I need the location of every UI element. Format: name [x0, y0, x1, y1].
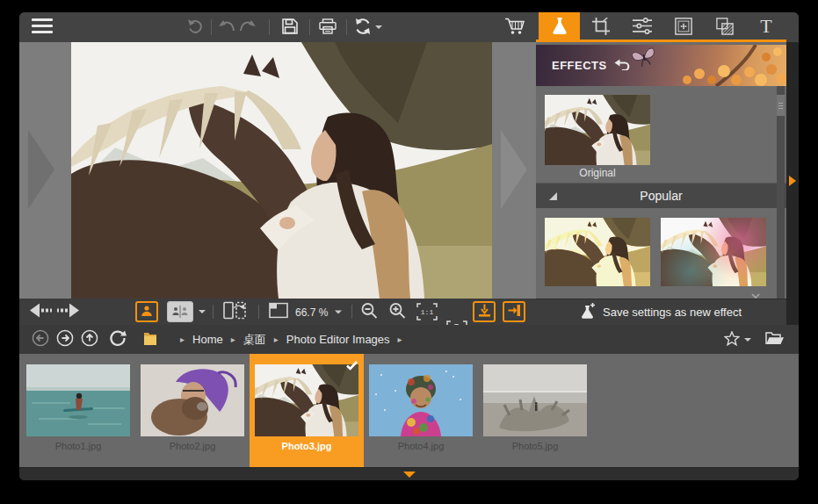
- browser-bar: ▸ Home ▸ 桌面 ▸ Photo Editor Images ▸: [19, 325, 799, 354]
- divider: [213, 305, 214, 319]
- tab-adjust[interactable]: [621, 12, 662, 42]
- up-button[interactable]: [81, 329, 98, 349]
- app-window: T: [19, 12, 799, 480]
- store-button[interactable]: [503, 12, 527, 42]
- sync-button[interactable]: [353, 12, 383, 42]
- collapse-filmstrip-icon[interactable]: [403, 472, 416, 478]
- expander-arrow-icon: [789, 176, 796, 186]
- next-photo-button[interactable]: [56, 304, 79, 320]
- tab-crop[interactable]: [580, 12, 621, 42]
- favorites-button[interactable]: [724, 331, 751, 349]
- photo5-thumbnail: [483, 364, 587, 436]
- browser-bar-right: [724, 331, 785, 349]
- save-effect-button[interactable]: Save settings as new effect: [536, 299, 786, 325]
- text-tool-icon: T: [757, 17, 775, 39]
- scroll-down-chevron-icon[interactable]: [751, 286, 760, 299]
- menu-button[interactable]: [30, 12, 54, 42]
- menu-icon: [32, 18, 53, 36]
- save-button[interactable]: [279, 12, 300, 42]
- scrollbar-handle[interactable]: [777, 95, 785, 116]
- watermark-chevron: [28, 130, 54, 209]
- sync-caret-icon: [375, 25, 382, 29]
- current-folder-button[interactable]: [142, 331, 158, 349]
- two-persons-icon: [167, 301, 193, 322]
- divider: [211, 19, 212, 35]
- single-view-button[interactable]: [135, 301, 158, 322]
- actual-size-button[interactable]: 1:1: [416, 303, 438, 320]
- filmstrip-item-photo3[interactable]: Photo3.jpg: [250, 354, 364, 467]
- effect-thumb-vintage[interactable]: [545, 218, 650, 286]
- compare-view-button[interactable]: [167, 301, 206, 322]
- panel-expander-strip[interactable]: [786, 42, 799, 325]
- filmstrip-item-photo2[interactable]: Photo2.jpg: [135, 354, 250, 467]
- collapse-triangle-icon: [548, 191, 558, 201]
- zoom-level-control[interactable]: 66.7 %: [269, 303, 342, 321]
- photo1-label: Photo1.jpg: [21, 441, 135, 451]
- effects-panel: EFFECTS Original Popular: [536, 42, 786, 325]
- breadcrumb-desktop[interactable]: 桌面: [243, 332, 266, 348]
- flask-plus-icon: [581, 303, 596, 321]
- redo-icon: [238, 20, 256, 35]
- effects-scrollbar[interactable]: [777, 86, 785, 299]
- adjust-sliders-icon: [633, 18, 652, 37]
- zoom-out-button[interactable]: [360, 302, 378, 322]
- canvas-toolbar: 66.7 % 1:1: [19, 299, 536, 325]
- save-effect-label: Save settings as new effect: [603, 306, 742, 319]
- effects-panel-title[interactable]: EFFECTS: [552, 59, 631, 73]
- butterfly-icon: [632, 47, 657, 68]
- download-tray-icon: [478, 304, 491, 320]
- photo2-label: Photo2.jpg: [135, 441, 250, 451]
- effect-thumb-light-leak[interactable]: [661, 218, 766, 286]
- save-icon: [282, 18, 298, 37]
- print-icon: [319, 18, 337, 37]
- forward-button[interactable]: [56, 329, 74, 349]
- export-button[interactable]: [473, 301, 496, 322]
- breadcrumb: ▸ Home ▸ 桌面 ▸ Photo Editor Images ▸: [172, 332, 410, 348]
- person-icon: [141, 305, 153, 320]
- previous-photo-button[interactable]: [30, 304, 53, 320]
- original-label: Original: [545, 167, 650, 179]
- tab-overlays[interactable]: [704, 12, 745, 42]
- filmstrip-item-photo1[interactable]: Photo1.jpg: [21, 354, 135, 467]
- svg-text:T: T: [760, 17, 772, 36]
- light-leak-overlay: [661, 218, 766, 286]
- photo5-label: Photo5.jpg: [478, 441, 592, 451]
- undo-button[interactable]: [218, 12, 237, 42]
- reset-button[interactable]: [185, 12, 206, 42]
- folder-icon: [142, 331, 158, 349]
- screen-fit-icon: [269, 303, 288, 321]
- zoom-level-caret-icon: [335, 310, 342, 313]
- photo2-thumbnail: [141, 364, 244, 436]
- tab-frames[interactable]: [662, 12, 704, 42]
- breadcrumb-photo-editor-images[interactable]: Photo Editor Images: [286, 333, 390, 346]
- back-button[interactable]: [32, 329, 49, 349]
- divider: [351, 305, 352, 319]
- refresh-button[interactable]: [109, 329, 127, 349]
- tab-effects[interactable]: [539, 12, 580, 42]
- original-thumb[interactable]: [545, 95, 650, 165]
- zoom-in-button[interactable]: [388, 302, 406, 322]
- actual-size-label: 1:1: [416, 308, 438, 316]
- effects-title-label: EFFECTS: [552, 59, 607, 72]
- favorites-caret-icon: [744, 338, 751, 342]
- tab-text[interactable]: T: [745, 12, 786, 42]
- popular-section-header[interactable]: Popular: [536, 184, 786, 208]
- circle-arrow-right-icon: [56, 329, 74, 349]
- open-folder-button[interactable]: [765, 331, 785, 349]
- close-editor-button[interactable]: [503, 301, 525, 322]
- print-button[interactable]: [316, 12, 339, 42]
- popular-section-label: Popular: [558, 189, 764, 203]
- orientation-button[interactable]: [223, 301, 248, 323]
- divider: [346, 19, 347, 35]
- breadcrumb-home[interactable]: Home: [192, 333, 223, 346]
- sync-icon: [354, 18, 372, 38]
- effects-header: EFFECTS: [536, 45, 786, 86]
- effects-list: Original Popular: [536, 86, 786, 299]
- main-photo[interactable]: [71, 42, 492, 299]
- filmstrip-item-photo4[interactable]: Photo4.jpg: [364, 354, 478, 467]
- filmstrip-item-photo5[interactable]: Photo5.jpg: [478, 354, 592, 467]
- magnifier-plus-icon: [388, 302, 406, 322]
- redo-button[interactable]: [237, 12, 257, 42]
- overlays-icon: [716, 18, 734, 38]
- divider: [309, 19, 310, 35]
